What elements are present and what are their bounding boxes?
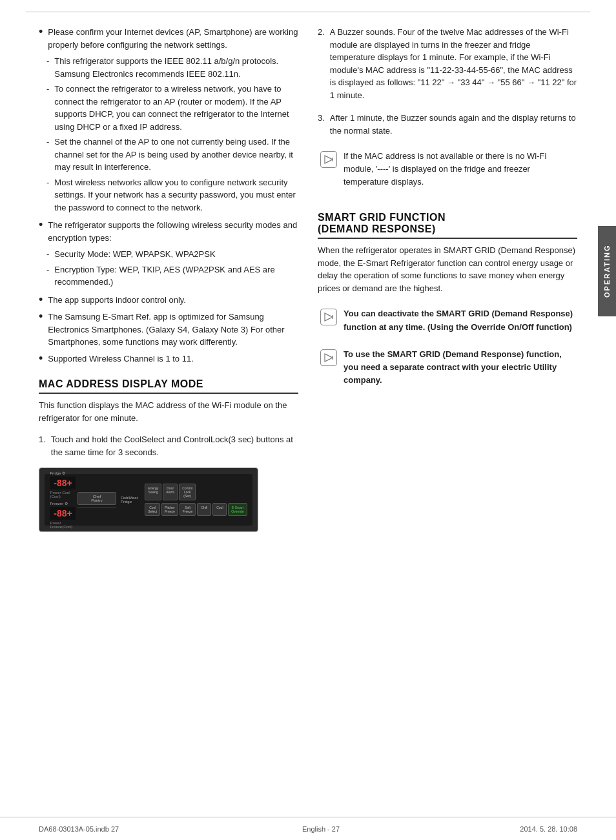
- step-3-text: After 1 minute, the Buzzer sounds again …: [330, 112, 577, 137]
- dash-mark: -: [46, 176, 49, 214]
- smart-grid-section-header: SMART GRID FUNCTION(DEMAND RESPONSE): [318, 212, 577, 239]
- dash-mark: -: [46, 248, 49, 261]
- footer: DA68-03013A-05.indb 27 English - 27 2014…: [0, 817, 616, 840]
- chill-btn: Chill: [197, 503, 211, 516]
- dash-item-text: This refrigerator supports the IEEE 802.…: [54, 55, 298, 80]
- dash-item-text: To connect the refrigerator to a wireles…: [54, 83, 298, 133]
- bullet-dot: •: [39, 293, 43, 307]
- dash-item: - Set the channel of the AP to one not c…: [46, 136, 298, 174]
- step-1-number: 1.: [39, 433, 46, 458]
- cool-btn: Cool: [212, 503, 227, 516]
- dash-item-text: Most wireless networks allow you to conf…: [54, 176, 298, 214]
- step-3: 3. After 1 minute, the Buzzer sounds aga…: [318, 112, 577, 137]
- dash-mark: -: [46, 136, 49, 174]
- control-lock-btn: ControlLock(Sec): [179, 484, 196, 500]
- list-item-text: The refrigerator supports the following …: [48, 219, 298, 244]
- top-border: [26, 12, 590, 12]
- pitcher-btn: PitcherFreeze: [161, 503, 178, 516]
- smart-grid-title: SMART GRID FUNCTION(DEMAND RESPONSE): [318, 212, 577, 235]
- bullet-dot: •: [39, 352, 43, 366]
- smart-grid-note-2-strong: To use the SMART GRID (Demand Response) …: [344, 349, 562, 385]
- list-item: • The Samsung E-Smart Ref. app is optimi…: [39, 311, 298, 349]
- ctrl-btn-1: ChefPantry: [77, 492, 116, 505]
- energy-btn: EnergySaving: [145, 484, 161, 500]
- bullet-dot: •: [39, 310, 43, 349]
- smart-grid-desc: When the refrigerator operates in SMART …: [318, 244, 577, 294]
- dash-mark: -: [46, 83, 49, 133]
- step-1: 1. Touch and hold the CoolSelect and Con…: [39, 433, 298, 458]
- fridge-temp: -88+: [50, 476, 76, 489]
- smart-grid-note-2-text: To use the SMART GRID (Demand Response) …: [344, 348, 575, 387]
- controls-area: ChefPantry Fish/Meat Fridge EnergySaving…: [77, 484, 247, 516]
- bullet-dot: •: [39, 218, 43, 244]
- bullet-dot: •: [39, 25, 43, 51]
- power-freeze-label: Power Freeze(Cool): [50, 521, 77, 529]
- dash-item: - To connect the refrigerator to a wirel…: [46, 83, 298, 133]
- dash-item: - This refrigerator supports the IEEE 80…: [46, 55, 298, 80]
- note-icon-mac: [320, 151, 337, 168]
- dash-mark: -: [46, 55, 49, 80]
- alarm-btn: DoorAlarm: [163, 484, 178, 500]
- main-bullet-list: • Please confirm your Internet devices (…: [39, 26, 298, 365]
- dash-list-2: - Security Mode: WEP, WPAPSK, WPA2PSK - …: [46, 248, 298, 289]
- fridge-label: Fridge ⚙: [50, 471, 65, 475]
- dash-item-text: Encryption Type: WEP, TKIP, AES (WPA2PSK…: [54, 263, 298, 289]
- fridge-row: Fridge ⚙ -88+ Power Cool (Cool): [50, 471, 77, 498]
- freezer-row: Freezer ⚙ -88+ Power Freeze(Cool): [50, 501, 77, 529]
- list-item: • Supported Wireless Channel is 1 to 11.: [39, 353, 298, 366]
- content-area: • Please confirm your Internet devices (…: [0, 0, 616, 580]
- mac-address-section-header: MAC ADDRESS DISPLAY MODE: [39, 378, 298, 394]
- note-icon-sg2: [320, 349, 337, 366]
- dash-item: - Security Mode: WEP, WPAPSK, WPA2PSK: [46, 248, 298, 261]
- freezer-label: Freezer ⚙: [50, 501, 67, 506]
- note-mac: If the MAC address is not available or t…: [318, 146, 577, 192]
- step-1-text: Touch and hold the CoolSelect and Contro…: [51, 433, 298, 458]
- cool-select-btn: CoolSelect: [145, 503, 160, 516]
- page-wrapper: OPERATING • Please confirm your Internet…: [0, 0, 616, 840]
- appliance-image: Fridge ⚙ -88+ Power Cool (Cool) Freezer …: [39, 467, 258, 532]
- dash-mark: -: [46, 263, 49, 289]
- smart-grid-note-1-strong: You can deactivate the SMART GRID (Deman…: [344, 309, 573, 331]
- note-mac-text: If the MAC address is not available or t…: [344, 150, 575, 189]
- list-item: • Please confirm your Internet devices (…: [39, 26, 298, 51]
- dash-item-text: Set the channel of the AP to one not cur…: [54, 136, 298, 174]
- list-item-text: The Samsung E-Smart Ref. app is optimize…: [48, 311, 298, 349]
- right-column: 2. A Buzzer sounds. Four of the twelve M…: [318, 26, 577, 541]
- mac-address-title: MAC ADDRESS DISPLAY MODE: [39, 378, 298, 390]
- step-2-number: 2.: [318, 26, 325, 101]
- footer-filename: DA68-03013A-05.indb 27: [39, 825, 142, 833]
- list-item-text: The app supports indoor control only.: [48, 294, 186, 307]
- freezer-temp: -88+: [50, 507, 76, 520]
- appliance-display: Fridge ⚙ -88+ Power Cool (Cool) Freezer …: [45, 474, 252, 526]
- esmart-btn: E-SmartOverride: [228, 503, 247, 516]
- left-column: • Please confirm your Internet devices (…: [39, 26, 298, 541]
- mac-address-desc: This function displays the MAC address o…: [39, 399, 298, 424]
- step-2: 2. A Buzzer sounds. Four of the twelve M…: [318, 26, 577, 101]
- smart-grid-note-1: You can deactivate the SMART GRID (Deman…: [318, 303, 577, 337]
- dash-list-1: - This refrigerator supports the IEEE 80…: [46, 55, 298, 214]
- note-icon-sg1: [320, 309, 337, 325]
- list-item: • The refrigerator supports the followin…: [39, 219, 298, 244]
- dash-item: - Encryption Type: WEP, TKIP, AES (WPA2P…: [46, 263, 298, 289]
- soft-btn: SoftFreeze: [180, 503, 196, 516]
- footer-timestamp: 2014. 5. 28. 10:08: [500, 825, 577, 833]
- step-2-text: A Buzzer sounds. Four of the twelve Mac …: [330, 26, 577, 101]
- dash-item: - Most wireless networks allow you to co…: [46, 176, 298, 214]
- list-item-text: Supported Wireless Channel is 1 to 11.: [48, 353, 193, 366]
- page-number: English - 27: [142, 825, 500, 833]
- dash-item-text: Security Mode: WEP, WPAPSK, WPA2PSK: [54, 248, 215, 261]
- side-tab: OPERATING: [598, 226, 616, 316]
- display-panel-left: Fridge ⚙ -88+ Power Cool (Cool) Freezer …: [50, 471, 77, 529]
- step-3-number: 3.: [318, 112, 325, 137]
- list-item: • The app supports indoor control only.: [39, 294, 298, 307]
- power-cool-label: Power Cool (Cool): [50, 491, 77, 498]
- smart-grid-note-2: To use the SMART GRID (Demand Response) …: [318, 344, 577, 391]
- smart-grid-note-1-text: You can deactivate the SMART GRID (Deman…: [344, 307, 575, 333]
- list-item-text: Please confirm your Internet devices (AP…: [48, 26, 298, 51]
